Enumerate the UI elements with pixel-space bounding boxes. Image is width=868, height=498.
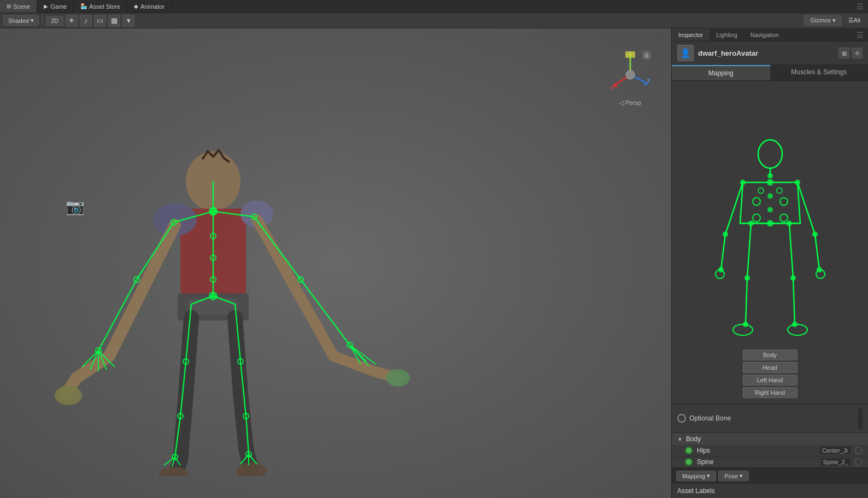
spine-bone-pick-button[interactable] (855, 458, 863, 466)
svg-point-105 (753, 198, 760, 205)
svg-point-89 (767, 179, 773, 186)
aspect-dropdown[interactable]: ▦ (108, 15, 120, 27)
svg-point-98 (817, 267, 822, 272)
svg-point-95 (723, 232, 728, 237)
avatar-settings-icon[interactable]: ▦ (838, 48, 849, 58)
svg-point-91 (795, 180, 800, 185)
audio-toggle[interactable]: ♪ (80, 15, 92, 27)
optional-bone-label: Optional Bone (689, 414, 731, 422)
spine-bone-name: Spine (697, 458, 817, 466)
svg-line-82 (747, 223, 751, 278)
toolbar-divider-1 (42, 16, 43, 26)
svg-point-88 (767, 173, 773, 179)
tab-navigation[interactable]: Navigation (744, 28, 785, 41)
svg-point-106 (780, 198, 788, 205)
svg-point-104 (792, 322, 797, 327)
svg-point-99 (748, 221, 754, 226)
body-figure-area: Body Head Left Hand Right Hand (672, 81, 868, 404)
body-button[interactable]: Body (743, 349, 797, 360)
tab-asset-store[interactable]: 🏪 Asset Store (74, 0, 127, 13)
bottom-toolbar: Mapping ▾ Pose ▾ (672, 468, 868, 483)
inspector-tab-bar: Inspector Lighting Navigation ☰ (672, 28, 868, 42)
asset-labels-section: Asset Labels (672, 483, 868, 498)
svg-point-65 (626, 70, 635, 79)
svg-text:z: z (647, 77, 650, 83)
svg-point-110 (777, 188, 782, 193)
svg-point-7 (236, 463, 267, 476)
svg-text:x: x (610, 85, 613, 91)
persp-label: ◁ Persp (619, 99, 641, 106)
human-figure-svg (710, 139, 830, 346)
tab-scene[interactable]: ⊞ Scene (0, 0, 37, 13)
body-section-label: Body (686, 435, 701, 443)
mapping-tab-bar: Mapping Muscles & Settings (672, 65, 868, 81)
pose-button[interactable]: Pose ▾ (718, 471, 749, 481)
svg-line-26 (254, 217, 301, 280)
scene-toolbar: Shaded ▾ 2D ☀ ♪ ▭ ▦ ▾ Gizmos ▾ ☰All (0, 13, 868, 28)
svg-rect-71 (644, 54, 649, 58)
avatar-icon: 👤 (677, 45, 694, 61)
svg-line-75 (725, 182, 743, 234)
svg-point-109 (758, 188, 764, 193)
gizmos-button[interactable]: Gizmos ▾ (804, 15, 841, 26)
avatar-name: dwarf_heroAvatar (698, 49, 758, 57)
avatar-menu-icon[interactable]: ⚙ (852, 48, 863, 58)
svg-point-90 (740, 180, 746, 185)
panel-options-icon[interactable]: ☰ (852, 2, 868, 11)
body-section-header[interactable]: ▼ Body (672, 433, 868, 445)
svg-point-92 (767, 193, 773, 199)
svg-point-96 (812, 232, 818, 237)
svg-line-83 (746, 278, 747, 324)
scene-gizmo: x y z ◁ Persp (600, 50, 660, 121)
spine-bone-value[interactable]: Spine_2_ (821, 458, 851, 466)
svg-point-108 (780, 214, 788, 222)
search-filter-button[interactable]: ☰All (844, 16, 865, 25)
tab-game[interactable]: ▶ Game (37, 0, 74, 13)
svg-line-86 (793, 278, 795, 324)
body-section: ▼ Body Hips Center_Jr Spine Spine_2_ (672, 432, 868, 468)
lighting-toggle[interactable]: ☀ (66, 15, 78, 27)
game-icon: ▶ (44, 3, 48, 9)
2d-button[interactable]: 2D (46, 16, 63, 26)
spine-status-dot (685, 458, 693, 466)
svg-point-102 (790, 275, 796, 281)
svg-point-9 (386, 369, 410, 387)
panel-menu-icon[interactable]: ☰ (852, 31, 868, 39)
svg-line-78 (797, 182, 815, 234)
svg-point-72 (758, 140, 782, 168)
tab-lighting[interactable]: Lighting (709, 28, 744, 41)
tab-muscles-settings[interactable]: Muscles & Settings (770, 65, 869, 80)
svg-point-8 (55, 386, 82, 405)
left-hand-button[interactable]: Left Hand (743, 375, 797, 386)
tab-animator[interactable]: ◆ Animator (127, 0, 172, 13)
scene-view[interactable]: 📷 (0, 28, 671, 498)
pose-chevron-icon: ▾ (740, 472, 743, 479)
scene-icon: ⊞ (7, 3, 11, 9)
more-options[interactable]: ▾ (122, 15, 134, 27)
asset-store-icon: 🏪 (80, 3, 87, 9)
effects-toggle[interactable]: ▭ (94, 15, 106, 27)
svg-point-103 (743, 322, 748, 327)
gizmo-axes-svg: x y z (606, 50, 655, 99)
svg-point-34 (209, 207, 218, 216)
head-button[interactable]: Head (743, 362, 797, 373)
hips-bone-name: Hips (697, 447, 816, 454)
tab-bar: ⊞ Scene ▶ Game 🏪 Asset Store ◆ Animator … (0, 0, 868, 13)
tab-mapping[interactable]: Mapping (672, 65, 770, 80)
shaded-dropdown[interactable]: Shaded ▾ (3, 15, 39, 26)
avatar-header: 👤 dwarf_heroAvatar ▦ ⚙ (672, 42, 868, 65)
right-hand-button[interactable]: Right Hand (743, 387, 797, 398)
tab-inspector[interactable]: Inspector (672, 28, 709, 41)
svg-point-94 (767, 220, 773, 227)
hips-bone-pick-button[interactable] (855, 447, 863, 454)
gizmos-chevron-icon: ▾ (832, 17, 836, 23)
svg-point-87 (788, 324, 807, 335)
animator-icon: ◆ (134, 3, 138, 9)
hips-bone-row: Hips Center_Jr (672, 445, 868, 456)
mapping-bottom-button[interactable]: Mapping ▾ (676, 471, 716, 481)
svg-line-79 (815, 234, 819, 270)
svg-point-84 (733, 324, 753, 335)
mapping-chevron-icon: ▾ (707, 472, 710, 479)
svg-line-76 (721, 234, 725, 270)
hips-bone-value[interactable]: Center_Jr (820, 447, 851, 454)
